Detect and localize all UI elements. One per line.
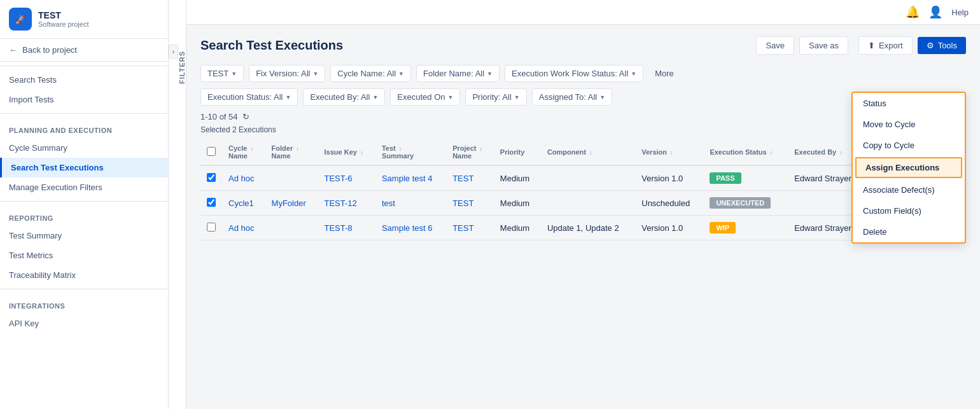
filters-panel: › FILTERS [169,0,186,409]
sidebar-item-test-metrics[interactable]: Test Metrics [0,246,168,265]
cell-component [541,191,635,216]
sidebar-item-traceability-matrix[interactable]: Traceability Matrix [0,265,168,285]
cell-project-name[interactable]: TEST [446,216,494,240]
dropdown-item-status[interactable]: Status [853,93,965,114]
bell-icon[interactable]: 🔔 [906,5,920,19]
chevron-down-icon: ▼ [599,94,605,101]
tools-dropdown-menu: StatusMove to CycleCopy to CycleAssign E… [851,92,966,244]
header-actions: Save Save as ⬆ Export ⚙ Tools [756,36,966,55]
col-test-summary: Test ↕Summary [375,139,446,165]
sidebar-item-search-tests[interactable]: Search Tests [0,70,168,90]
cell-execution-status: UNEXECUTED [703,191,788,216]
page-header: Search Test Executions Save Save as ⬆ Ex… [200,36,966,55]
cell-project-name[interactable]: TEST [446,165,494,191]
chevron-down-icon: ▼ [312,71,318,77]
filter-execution-status[interactable]: Execution Status: All ▼ [200,88,298,106]
cell-version: Unscheduled [635,191,703,216]
dropdown-item-delete[interactable]: Delete [853,221,965,242]
sidebar: 🚀 TEST Software project ← Back to projec… [0,0,169,409]
chevron-down-icon: ▼ [286,94,291,101]
sidebar-header: 🚀 TEST Software project [0,0,168,39]
cell-issue-key[interactable]: TEST-12 [318,191,375,216]
select-all-checkbox[interactable] [207,147,216,156]
dropdown-item-move-to-cycle[interactable]: Move to Cycle [853,114,965,135]
col-component: Component ↕ [541,139,635,165]
sidebar-item-cycle-summary[interactable]: Cycle Summary [0,138,168,158]
more-button[interactable]: More [648,65,680,82]
save-button[interactable]: Save [756,36,794,55]
collapse-button[interactable]: › [169,45,178,59]
cell-folder-name [265,165,318,191]
cell-priority: Medium [494,165,541,191]
dropdown-item-associate-defect(s)[interactable]: Associate Defect(s) [853,179,965,200]
cell-cycle-name[interactable]: Ad hoc [222,165,265,191]
logo-icon: 🚀 [15,15,25,24]
export-button[interactable]: ⬆ Export [858,36,913,55]
filter-cycle-name[interactable]: Cycle Name: All ▼ [330,65,411,82]
cell-component: Update 1, Update 2 [541,216,635,240]
cell-test-summary[interactable]: Sample test 4 [375,165,446,191]
col-folder-name: Folder ↕Name [265,139,318,165]
cell-priority: Medium [494,216,541,240]
cell-folder-name[interactable]: MyFolder [265,191,318,216]
execution-status-badge: UNEXECUTED [710,197,771,209]
reporting-section-title: REPORTING [0,205,168,226]
cell-test-summary[interactable]: test [375,191,446,216]
sidebar-item-manage-execution-filters[interactable]: Manage Execution Filters [0,177,168,197]
row-checkbox[interactable] [207,223,216,232]
filter-folder-name[interactable]: Folder Name: All ▼ [416,65,500,82]
cell-version: Version 1.0 [635,216,703,240]
back-to-project-label: Back to project [22,45,77,55]
help-link[interactable]: Help [951,8,969,17]
save-as-button[interactable]: Save as [799,36,848,55]
cell-cycle-name[interactable]: Ad hoc [222,216,265,240]
cell-execution-status: WIP [703,216,788,240]
back-arrow-icon: ← [9,45,17,55]
app-subtitle: Software project [38,20,88,28]
cell-project-name[interactable]: TEST [446,191,494,216]
gear-icon: ⚙ [927,41,934,50]
cell-issue-key[interactable]: TEST-6 [318,165,375,191]
col-cycle-name: Cycle ↕Name [222,139,265,165]
person-icon[interactable]: 👤 [928,5,942,19]
page-title: Search Test Executions [200,38,343,53]
sidebar-item-import-tests[interactable]: Import Tests [0,90,168,109]
cell-test-summary[interactable]: Sample test 6 [375,216,446,240]
filter-executed-by[interactable]: Executed By: All ▼ [303,88,385,106]
integrations-section-title: INTEGRATIONS [0,293,168,314]
filter-row-1: TEST ▼ Fix Version: All ▼ Cycle Name: Al… [200,65,966,82]
sidebar-item-test-summary[interactable]: Test Summary [0,226,168,246]
results-range: 1-10 of 54 ↻ [200,112,249,121]
refresh-icon[interactable]: ↻ [242,112,249,121]
chevron-down-icon: ▼ [372,94,378,101]
cell-folder-name [265,216,318,240]
cell-issue-key[interactable]: TEST-8 [318,216,375,240]
main-content: 🔔 👤 Help Search Test Executions Save Sav… [186,0,980,409]
topbar: 🔔 👤 Help [186,0,980,25]
col-version: Version ↕ [635,139,703,165]
cell-execution-status: PASS [703,165,788,191]
col-execution-status: Execution Status ↕ [703,139,788,165]
dropdown-item-assign-executions[interactable]: Assign Executions [855,157,962,178]
dropdown-item-copy-to-cycle[interactable]: Copy to Cycle [853,135,965,156]
sidebar-item-api-key[interactable]: API Key [0,314,168,333]
col-project-name: Project ↕Name [446,139,494,165]
dropdown-item-custom-field(s)[interactable]: Custom Field(s) [853,200,965,221]
chevron-down-icon: ▼ [398,71,404,77]
filter-executed-on[interactable]: Executed On ▼ [390,88,460,106]
filter-fix-version[interactable]: Fix Version: All ▼ [249,65,325,82]
sidebar-item-search-test-executions[interactable]: Search Test Executions [0,158,168,177]
tools-button[interactable]: ⚙ Tools [918,37,966,54]
chevron-down-icon: ▼ [631,71,636,77]
execution-status-badge: WIP [710,222,736,233]
filter-workflow-status[interactable]: Execution Work Flow Status: All ▼ [505,65,643,82]
back-to-project-link[interactable]: ← Back to project [0,39,168,62]
app-logo: 🚀 [9,8,32,31]
row-checkbox[interactable] [207,198,216,207]
cell-component [541,165,635,191]
cell-cycle-name[interactable]: Cycle1 [222,191,265,216]
row-checkbox[interactable] [207,173,216,182]
filter-priority[interactable]: Priority: All ▼ [465,88,526,106]
filter-project[interactable]: TEST ▼ [200,65,244,82]
filter-assigned-to[interactable]: Assigned To: All ▼ [532,88,612,106]
